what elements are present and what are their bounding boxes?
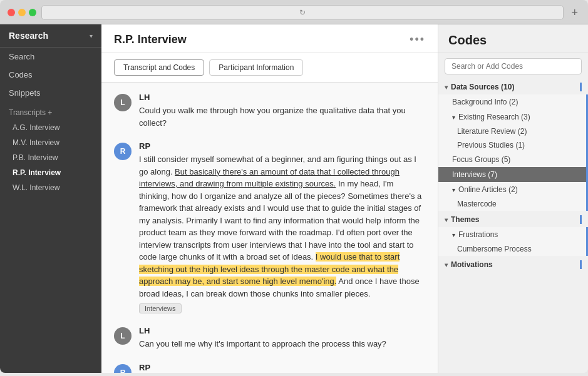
section-label-data-sources: Data Sources (10) <box>451 83 514 91</box>
code-item-existing-research[interactable]: ▾ Existing Research (3) <box>438 109 588 124</box>
speaker-name-lh2: LH <box>139 326 425 335</box>
sidebar-item-wl-interview[interactable]: W.L. Interview <box>0 180 101 195</box>
sidebar-item-ag-interview[interactable]: A.G. Interview <box>0 120 101 135</box>
avatar-rp2: R <box>114 364 132 373</box>
message-block-rp2: R RP Since the product team moves fast, … <box>114 363 425 373</box>
section-themes: ▾ Themes ▾ Frustrations Cumbersome Proce… <box>438 212 588 256</box>
speaker-name-rp2: RP <box>139 363 425 372</box>
sub-code-literature-review[interactable]: Literature Review (2) <box>438 124 588 138</box>
section-data-sources: ▾ Data Sources (10) Background Info (2) … <box>438 79 588 211</box>
sub-code-mastercode[interactable]: Mastercode <box>438 197 588 211</box>
avatar-rp1: R <box>114 143 132 160</box>
message-content-lh2: LH Can you tell me why it's important to… <box>139 326 425 350</box>
address-bar[interactable]: ↻ <box>41 5 564 20</box>
transcripts-label: Transcripts + <box>0 102 101 120</box>
speaker-name-rp1: RP <box>139 141 425 151</box>
message-content-rp1: RP I still consider myself somewhat of a… <box>139 141 425 313</box>
sub-code-label-cumbersome-process: Cumbersome Process <box>457 245 532 253</box>
transcript-area[interactable]: L LH Could you walk me through how you o… <box>101 83 438 373</box>
app-container: Research ▾ Search Codes Snippets Transcr… <box>0 24 588 373</box>
code-item-frustrations[interactable]: ▾ Frustrations <box>438 227 588 242</box>
chevron-down-icon: ▾ <box>445 84 448 91</box>
sidebar-item-rp-interview[interactable]: R.P. Interview <box>0 165 101 180</box>
code-item-focus-groups[interactable]: Focus Groups (5) <box>438 152 588 167</box>
tabs-bar: Transcript and Codes Participant Informa… <box>101 53 438 83</box>
sub-code-label-literature-review: Literature Review (2) <box>457 127 527 136</box>
traffic-lights <box>8 9 36 16</box>
chevron-down-icon: ▾ <box>452 231 455 238</box>
codes-search-input[interactable] <box>445 58 582 74</box>
chevron-down-icon: ▾ <box>90 33 93 39</box>
accent-bar <box>580 83 582 91</box>
section-header-themes[interactable]: ▾ Themes <box>438 212 588 227</box>
sub-code-label-mastercode: Mastercode <box>457 200 497 208</box>
sub-code-previous-studies[interactable]: Previous Studies (1) <box>438 138 588 152</box>
more-options-button[interactable]: ••• <box>410 33 425 46</box>
sidebar-item-pb-interview[interactable]: P.B. Interview <box>0 150 101 165</box>
tab-transcript-codes[interactable]: Transcript and Codes <box>114 59 204 76</box>
code-label-interviews: Interviews (7) <box>452 170 497 179</box>
message-content-rp2: RP Since the product team moves fast, I … <box>139 363 425 373</box>
chevron-down-icon: ▾ <box>452 186 455 193</box>
section-motivations: ▾ Motivations <box>438 257 588 272</box>
sub-code-label-previous-studies: Previous Studies (1) <box>457 141 525 150</box>
message-text-rp1: I still consider myself somewhat of a be… <box>139 153 425 300</box>
code-label-frustrations: Frustrations <box>458 230 498 239</box>
sidebar: Research ▾ Search Codes Snippets Transcr… <box>0 24 101 373</box>
section-header-motivations[interactable]: ▾ Motivations <box>438 257 588 272</box>
code-item-interviews[interactable]: Interviews (7) <box>438 167 588 182</box>
section-header-data-sources[interactable]: ▾ Data Sources (10) <box>438 79 588 94</box>
chevron-down-icon: ▾ <box>445 216 448 223</box>
page-title: R.P. Interview <box>114 33 187 46</box>
speaker-name-lh1: LH <box>139 93 425 102</box>
code-item-background-info[interactable]: Background Info (2) <box>438 94 588 109</box>
codes-title: Codes <box>438 24 588 53</box>
section-label-motivations: Motivations <box>451 260 493 269</box>
text-normal-2: In my head, I'm thinking, how do I organ… <box>139 179 421 262</box>
chevron-down-icon: ▾ <box>452 114 455 121</box>
codes-list: ▾ Data Sources (10) Background Info (2) … <box>438 79 588 373</box>
minimize-button[interactable] <box>18 9 26 16</box>
avatar-lh1: L <box>114 94 132 111</box>
refresh-icon: ↻ <box>299 8 306 17</box>
tab-participant-info[interactable]: Participant Information <box>209 59 303 76</box>
avatar-lh2: L <box>114 327 132 345</box>
main-content: R.P. Interview ••• Transcript and Codes … <box>101 24 438 373</box>
accent-bar <box>580 215 582 224</box>
message-text-lh1: Could you walk me through how you organi… <box>139 104 425 129</box>
sidebar-item-mv-interview[interactable]: M.V. Interview <box>0 135 101 150</box>
message-block-rp1: R RP I still consider myself somewhat of… <box>114 141 425 313</box>
close-button[interactable] <box>8 9 15 16</box>
maximize-button[interactable] <box>29 9 36 16</box>
new-tab-button[interactable]: + <box>569 6 580 19</box>
codes-panel: Codes ▾ Data Sources (10) Background Inf… <box>438 24 588 373</box>
sidebar-item-codes[interactable]: Codes <box>0 66 101 84</box>
code-label-existing-research: Existing Research (3) <box>458 113 530 121</box>
message-content-lh1: LH Could you walk me through how you org… <box>139 93 425 129</box>
code-item-online-articles[interactable]: ▾ Online Articles (2) <box>438 182 588 197</box>
sidebar-header: Research ▾ <box>0 24 101 48</box>
chevron-right-icon: ▾ <box>445 262 448 268</box>
code-label-background-info: Background Info (2) <box>452 98 518 106</box>
message-block-lh2: L LH Can you tell me why it's important … <box>114 326 425 350</box>
code-label-online-articles: Online Articles (2) <box>458 185 518 194</box>
section-label-themes: Themes <box>451 215 479 224</box>
main-header: R.P. Interview ••• <box>101 24 438 53</box>
message-text-lh2: Can you tell me why it's important to ap… <box>139 338 425 350</box>
message-block-lh1: L LH Could you walk me through how you o… <box>114 93 425 129</box>
sidebar-item-search[interactable]: Search <box>0 48 101 66</box>
sub-code-cumbersome-process[interactable]: Cumbersome Process <box>438 242 588 256</box>
sidebar-title: Research <box>9 31 48 41</box>
code-tag-interviews[interactable]: Interviews <box>139 303 182 313</box>
accent-bar <box>580 260 582 269</box>
code-label-focus-groups: Focus Groups (5) <box>452 155 510 164</box>
browser-chrome: ↻ + <box>0 0 588 24</box>
sidebar-item-snippets[interactable]: Snippets <box>0 84 101 102</box>
